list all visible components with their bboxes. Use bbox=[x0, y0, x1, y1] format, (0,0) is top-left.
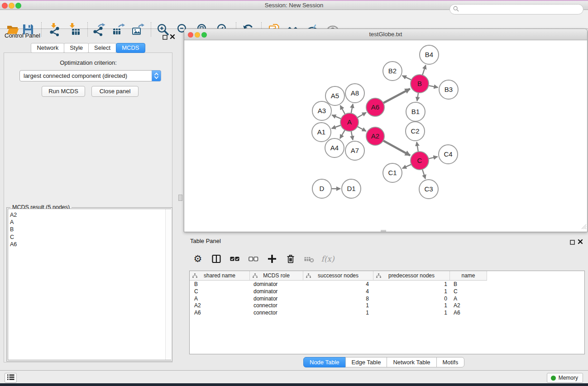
close-panel-icon[interactable] bbox=[170, 33, 175, 41]
tab-network-table[interactable]: Network Table bbox=[387, 357, 436, 367]
result-item[interactable]: A6 bbox=[10, 241, 171, 248]
graph-node-C4[interactable]: C4 bbox=[439, 145, 458, 164]
tab-select[interactable]: Select bbox=[88, 43, 116, 53]
export-network-icon[interactable] bbox=[91, 22, 106, 37]
settings-icon[interactable]: ⚙ bbox=[192, 253, 204, 265]
result-item[interactable]: C bbox=[10, 234, 171, 241]
graph-node-B3[interactable]: B3 bbox=[439, 80, 458, 99]
table-cell: C bbox=[190, 288, 250, 295]
graph-edge-B-B1[interactable] bbox=[417, 92, 418, 101]
graph-node-A6[interactable]: A6 bbox=[366, 98, 384, 116]
table-row[interactable]: Bdominator41B bbox=[190, 281, 584, 288]
tab-network[interactable]: Network bbox=[31, 43, 64, 53]
graph-node-A5[interactable]: A5 bbox=[325, 86, 344, 105]
deselect-all-icon[interactable] bbox=[248, 253, 259, 265]
graph-edge-A-A6[interactable] bbox=[357, 113, 367, 119]
run-mcds-button[interactable]: Run MCDS bbox=[42, 86, 85, 97]
panel-divider-handle[interactable] bbox=[178, 195, 182, 201]
tab-mcds[interactable]: MCDS bbox=[116, 43, 145, 53]
columns-icon[interactable] bbox=[210, 253, 222, 265]
column-header-MCDS-role[interactable]: MCDS role bbox=[250, 271, 303, 281]
column-header-shared-name[interactable]: shared name bbox=[190, 271, 250, 281]
graph-node-C2[interactable]: C2 bbox=[406, 122, 425, 141]
graph-edge-A-A2[interactable] bbox=[357, 126, 366, 131]
graph-edge-A-A1[interactable] bbox=[332, 125, 342, 129]
tab-style[interactable]: Style bbox=[64, 43, 89, 53]
graph-node-B1[interactable]: B1 bbox=[406, 102, 425, 121]
delete-row-icon[interactable] bbox=[285, 253, 296, 265]
graph-edge-C-C1[interactable] bbox=[402, 164, 412, 168]
table-row[interactable]: A6connector11A6 bbox=[190, 309, 584, 316]
graph-node-B2[interactable]: B2 bbox=[383, 62, 402, 81]
table-cell: 1 bbox=[373, 281, 450, 288]
column-header-successor-nodes[interactable]: successor nodes bbox=[303, 271, 373, 281]
zoom-network-light[interactable] bbox=[201, 32, 207, 38]
add-row-icon[interactable] bbox=[266, 253, 278, 265]
close-table-panel-icon[interactable] bbox=[578, 238, 583, 246]
tab-node-table[interactable]: Node Table bbox=[303, 357, 346, 367]
graph-edge-B-B3[interactable] bbox=[428, 86, 438, 88]
network-window-titlebar[interactable]: testGlobe.txt bbox=[184, 29, 587, 40]
tab-motifs[interactable]: Motifs bbox=[436, 357, 465, 367]
table-row[interactable]: Cdominator41C bbox=[190, 288, 584, 295]
network-canvas[interactable]: B4 B2 B B3 A8 A5 A6 A3 B1 A C2 A1 A2 bbox=[184, 40, 587, 232]
result-scrollbar[interactable] bbox=[165, 209, 171, 360]
graph-node-A3[interactable]: A3 bbox=[312, 101, 331, 120]
search-box[interactable] bbox=[449, 4, 583, 14]
graph-node-A1[interactable]: A1 bbox=[312, 123, 331, 142]
graph-edge-C-C4[interactable] bbox=[428, 157, 438, 159]
graph-node-C3[interactable]: C3 bbox=[419, 180, 438, 199]
minimize-network-light[interactable] bbox=[195, 32, 200, 38]
select-all-icon[interactable] bbox=[229, 253, 241, 265]
export-table-icon[interactable] bbox=[110, 22, 126, 37]
optimization-criterion-select[interactable]: largest connected component (directed) bbox=[19, 70, 161, 81]
resize-grip-icon[interactable] bbox=[580, 223, 587, 231]
graph-node-D[interactable]: D bbox=[312, 179, 331, 198]
graph-edge-A2-C[interactable] bbox=[382, 140, 410, 156]
result-item[interactable]: A bbox=[10, 219, 171, 226]
close-window-light[interactable] bbox=[2, 3, 8, 9]
graph-edge-B-B4[interactable] bbox=[422, 65, 426, 76]
graph-edge-A-A8[interactable] bbox=[351, 104, 353, 114]
import-table-icon[interactable] bbox=[67, 22, 82, 37]
graph-edge-A-A4[interactable] bbox=[340, 129, 345, 139]
graph-node-B[interactable]: B bbox=[411, 75, 429, 93]
import-network-icon[interactable] bbox=[47, 22, 62, 37]
graph-node-A4[interactable]: A4 bbox=[325, 138, 344, 157]
graph-edge-C-C3[interactable] bbox=[422, 168, 425, 179]
table-cell: dominator bbox=[250, 288, 303, 295]
result-item[interactable]: B bbox=[10, 226, 171, 233]
result-item[interactable]: A2 bbox=[10, 211, 171, 219]
svg-text:A3: A3 bbox=[318, 107, 326, 114]
float-table-panel-icon[interactable] bbox=[570, 238, 575, 247]
graph-node-C1[interactable]: C1 bbox=[383, 163, 402, 182]
search-input[interactable] bbox=[461, 6, 583, 13]
graph-node-A8[interactable]: A8 bbox=[345, 84, 364, 103]
graph-edge-A-A7[interactable] bbox=[351, 130, 353, 140]
graph-node-A2[interactable]: A2 bbox=[366, 127, 384, 145]
graph-node-B4[interactable]: B4 bbox=[420, 45, 439, 64]
close-network-light[interactable] bbox=[188, 32, 193, 38]
close-panel-button[interactable]: Close panel bbox=[91, 86, 139, 97]
minimize-window-light[interactable] bbox=[9, 3, 14, 9]
graph-node-A7[interactable]: A7 bbox=[345, 141, 364, 160]
graph-node-D1[interactable]: D1 bbox=[342, 179, 361, 198]
graph-node-C[interactable]: C bbox=[411, 152, 429, 170]
graph-node-A[interactable]: A bbox=[340, 113, 359, 131]
column-header-predecessor-nodes[interactable]: predecessor nodes bbox=[373, 271, 450, 281]
tab-edge-table[interactable]: Edge Table bbox=[345, 357, 387, 367]
table-row[interactable]: Adominator80A bbox=[190, 295, 584, 302]
zoom-window-light[interactable] bbox=[15, 3, 21, 9]
graph-edge-A-A5[interactable] bbox=[340, 105, 346, 115]
memory-button[interactable]: Memory bbox=[547, 373, 583, 383]
graph-edge-B-B2[interactable] bbox=[402, 76, 412, 80]
column-header-name[interactable]: name bbox=[450, 271, 487, 281]
export-image-icon[interactable] bbox=[130, 22, 145, 37]
task-history-button[interactable] bbox=[5, 373, 17, 383]
graph-edge-C-C2[interactable] bbox=[417, 142, 419, 153]
graph-edge-A6-B[interactable] bbox=[382, 89, 410, 103]
float-panel-icon[interactable] bbox=[163, 33, 167, 42]
table-row[interactable]: A2connector11A2 bbox=[190, 302, 584, 309]
graph-edge-A-A3[interactable] bbox=[332, 115, 342, 119]
select-stepper-icon[interactable] bbox=[152, 70, 161, 81]
